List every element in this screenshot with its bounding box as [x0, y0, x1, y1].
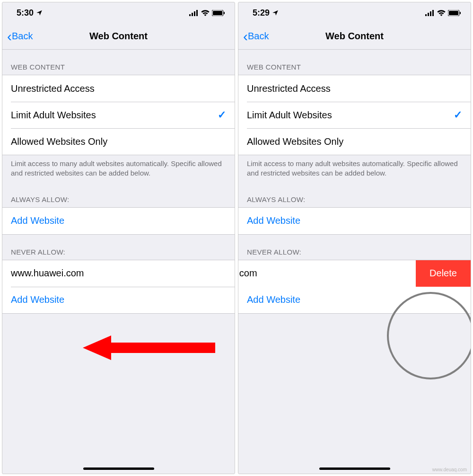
- svg-rect-8: [425, 14, 427, 16]
- section-header-alwaysallow: ALWAYS ALLOW:: [2, 182, 235, 207]
- section-header-webcontent: WEB CONTENT: [2, 50, 235, 75]
- never-allow-url: www.huawei.com: [11, 268, 84, 279]
- checkmark-icon: ✓: [454, 109, 462, 121]
- section-header-alwaysallow: ALWAYS ALLOW:: [238, 182, 471, 207]
- option-label: Allowed Websites Only: [247, 136, 343, 147]
- option-label: Unrestricted Access: [247, 83, 331, 94]
- back-label: Back: [12, 31, 33, 42]
- add-website-label: Add Website: [11, 294, 64, 305]
- delete-button[interactable]: Delete: [416, 260, 471, 287]
- status-time: 5:29: [253, 8, 270, 18]
- svg-rect-0: [189, 14, 191, 16]
- option-allowed-only[interactable]: Allowed Websites Only: [238, 128, 471, 155]
- svg-rect-14: [460, 12, 461, 14]
- nav-bar: ‹ Back Web Content: [238, 23, 471, 50]
- svg-rect-5: [213, 11, 222, 15]
- battery-icon: [212, 10, 225, 16]
- back-label: Back: [248, 31, 269, 42]
- add-website-never[interactable]: Add Website: [2, 287, 235, 313]
- option-label: Allowed Websites Only: [11, 136, 107, 147]
- cellular-signal-icon: [425, 10, 435, 16]
- watermark-text: www.deuaq.com: [432, 467, 467, 472]
- svg-rect-9: [428, 13, 429, 16]
- never-allow-item-swiped[interactable]: uawei.com Delete: [238, 260, 471, 287]
- always-allow-group: Add Website: [238, 207, 471, 235]
- section-header-neverallow: NEVER ALLOW:: [2, 235, 235, 260]
- option-limit-adult[interactable]: Limit Adult Websites ✓: [2, 102, 235, 128]
- add-website-label: Add Website: [11, 215, 64, 226]
- svg-rect-11: [432, 10, 434, 16]
- page-title: Web Content: [325, 31, 384, 42]
- svg-rect-6: [224, 12, 225, 14]
- battery-icon: [448, 10, 461, 16]
- section-footer-webcontent: Limit access to many adult websites auto…: [2, 155, 235, 182]
- status-left: 5:29: [253, 8, 279, 18]
- back-button[interactable]: ‹ Back: [243, 29, 269, 44]
- location-icon: [272, 9, 279, 16]
- wifi-icon: [201, 10, 210, 16]
- chevron-left-icon: ‹: [243, 29, 248, 44]
- svg-marker-7: [83, 335, 215, 360]
- section-header-neverallow: NEVER ALLOW:: [238, 235, 471, 260]
- svg-rect-1: [192, 13, 193, 16]
- svg-rect-13: [449, 11, 458, 15]
- add-website-never[interactable]: Add Website: [238, 287, 471, 313]
- section-footer-webcontent: Limit access to many adult websites auto…: [238, 155, 471, 182]
- phone-left: 5:30 ‹ Back Web Content WEB CONTENT Unre: [2, 2, 235, 474]
- svg-rect-10: [430, 11, 431, 16]
- option-label: Limit Adult Websites: [11, 110, 96, 121]
- wifi-icon: [437, 10, 446, 16]
- annotation-arrow-icon: [83, 334, 215, 362]
- phone-right: 5:29 ‹ Back Web Content WEB CONTENT Unre: [238, 2, 471, 474]
- status-left: 5:30: [17, 8, 43, 18]
- status-right: [425, 10, 461, 16]
- option-limit-adult[interactable]: Limit Adult Websites ✓: [238, 102, 471, 128]
- option-allowed-only[interactable]: Allowed Websites Only: [2, 128, 235, 155]
- option-unrestricted[interactable]: Unrestricted Access: [2, 75, 235, 102]
- option-label: Unrestricted Access: [11, 83, 95, 94]
- never-allow-item[interactable]: www.huawei.com: [2, 260, 235, 287]
- status-bar: 5:29: [238, 2, 471, 23]
- delete-label: Delete: [429, 268, 457, 279]
- add-website-label: Add Website: [247, 294, 300, 305]
- section-header-webcontent: WEB CONTENT: [238, 50, 471, 75]
- chevron-left-icon: ‹: [7, 29, 12, 44]
- cellular-signal-icon: [189, 10, 199, 16]
- add-website-label: Add Website: [247, 215, 300, 226]
- status-bar: 5:30: [2, 2, 235, 23]
- back-button[interactable]: ‹ Back: [7, 29, 33, 44]
- add-website-always[interactable]: Add Website: [238, 208, 471, 234]
- location-icon: [36, 9, 43, 16]
- never-allow-group: uawei.com Delete Add Website: [238, 260, 471, 314]
- add-website-always[interactable]: Add Website: [2, 208, 235, 234]
- status-time: 5:30: [17, 8, 34, 18]
- option-label: Limit Adult Websites: [247, 110, 332, 121]
- svg-rect-3: [196, 10, 198, 16]
- home-indicator[interactable]: [83, 467, 154, 470]
- status-right: [189, 10, 225, 16]
- svg-rect-2: [194, 11, 195, 16]
- never-allow-group: www.huawei.com Add Website: [2, 260, 235, 314]
- web-content-options: Unrestricted Access Limit Adult Websites…: [2, 75, 235, 155]
- nav-bar: ‹ Back Web Content: [2, 23, 235, 50]
- checkmark-icon: ✓: [218, 109, 226, 121]
- web-content-options: Unrestricted Access Limit Adult Websites…: [238, 75, 471, 155]
- never-allow-url: uawei.com: [238, 268, 416, 279]
- home-indicator[interactable]: [319, 467, 390, 470]
- page-title: Web Content: [89, 31, 148, 42]
- option-unrestricted[interactable]: Unrestricted Access: [238, 75, 471, 102]
- always-allow-group: Add Website: [2, 207, 235, 235]
